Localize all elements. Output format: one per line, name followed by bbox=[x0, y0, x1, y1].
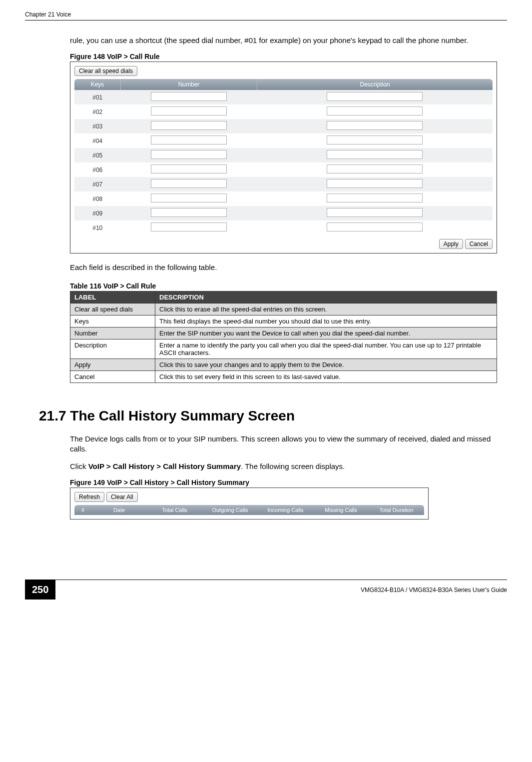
table-row: #04 bbox=[74, 134, 493, 148]
table-row: Clear all speed dialsClick this to erase… bbox=[70, 303, 497, 315]
table-row: KeysThis field displays the speed-dial n… bbox=[70, 315, 497, 327]
number-input[interactable] bbox=[151, 121, 227, 130]
section-para-2: Click VoIP > Call History > Call History… bbox=[70, 462, 497, 472]
description-input[interactable] bbox=[327, 194, 423, 202]
col-num: # bbox=[74, 505, 91, 515]
number-input[interactable] bbox=[151, 150, 227, 159]
figure-149-caption: Figure 149 VoIP > Call History > Call Hi… bbox=[70, 478, 507, 486]
table-row: #10 bbox=[74, 220, 493, 235]
description-input[interactable] bbox=[327, 136, 423, 144]
cancel-button[interactable]: Cancel bbox=[465, 239, 493, 249]
label-cell: Apply bbox=[70, 358, 155, 370]
history-table-header: # Date Total Calls Outgoing Calls Incomi… bbox=[74, 505, 424, 515]
description-input[interactable] bbox=[327, 222, 423, 232]
label-cell: Keys bbox=[70, 315, 155, 327]
key-cell: #09 bbox=[74, 206, 121, 220]
col-total-calls: Total Calls bbox=[147, 505, 202, 515]
key-cell: #02 bbox=[74, 104, 121, 119]
number-input[interactable] bbox=[151, 194, 227, 202]
speed-dial-table: Keys Number Description #01 #02 #03 #04 … bbox=[74, 79, 493, 235]
para2-suffix: . The following screen displays. bbox=[241, 462, 345, 470]
number-input[interactable] bbox=[151, 222, 227, 232]
key-cell: #07 bbox=[74, 177, 121, 192]
desc-cell: Click this to erase all the speed-dial e… bbox=[155, 303, 497, 315]
col-outgoing-calls: Outgoing Calls bbox=[202, 505, 258, 515]
table-116: LABEL DESCRIPTION Clear all speed dialsC… bbox=[70, 291, 497, 383]
description-input[interactable] bbox=[327, 150, 423, 159]
footer-text: VMG8324-B10A / VMG8324-B30A Series User'… bbox=[361, 582, 507, 598]
para2-bold-path: VoIP > Call History > Call History Summa… bbox=[88, 462, 241, 470]
number-input[interactable] bbox=[151, 136, 227, 144]
description-input[interactable] bbox=[327, 164, 423, 174]
key-cell: #10 bbox=[74, 220, 121, 235]
desc-cell: Click this to set every field in this sc… bbox=[155, 370, 497, 382]
label-cell: Number bbox=[70, 327, 155, 339]
call-history-panel: Refresh Clear All # Date Total Calls Out… bbox=[70, 488, 429, 520]
key-cell: #04 bbox=[74, 134, 121, 148]
desc-cell: Enter a name to identify the party you c… bbox=[155, 339, 497, 358]
speed-dial-panel: Clear all speed dials Keys Number Descri… bbox=[70, 62, 497, 254]
number-input[interactable] bbox=[151, 208, 227, 217]
label-cell: Clear all speed dials bbox=[70, 303, 155, 315]
col-date: Date bbox=[91, 505, 147, 515]
description-input[interactable] bbox=[327, 106, 423, 116]
col-missing-calls: Missing Calls bbox=[313, 505, 369, 515]
col-number-header: Number bbox=[121, 79, 257, 90]
chapter-label: Chapter 21 Voice bbox=[25, 11, 71, 18]
description-input[interactable] bbox=[327, 179, 423, 188]
table-row: #08 bbox=[74, 192, 493, 206]
key-cell: #01 bbox=[74, 90, 121, 104]
para2-prefix: Click bbox=[70, 462, 88, 470]
page-number: 250 bbox=[25, 580, 55, 600]
number-input[interactable] bbox=[151, 106, 227, 116]
number-input[interactable] bbox=[151, 164, 227, 174]
section-21-7-heading: 21.7 The Call History Summary Screen bbox=[39, 408, 507, 424]
clear-all-speed-dials-button[interactable]: Clear all speed dials bbox=[74, 66, 137, 76]
table-row: #02 bbox=[74, 104, 493, 119]
desc-cell: Click this to save your changes and to a… bbox=[155, 358, 497, 370]
table-row: ApplyClick this to save your changes and… bbox=[70, 358, 497, 370]
key-cell: #03 bbox=[74, 119, 121, 134]
desc-cell: This field displays the speed-dial numbe… bbox=[155, 315, 497, 327]
label-cell: Cancel bbox=[70, 370, 155, 382]
table-row: #09 bbox=[74, 206, 493, 220]
number-input[interactable] bbox=[151, 179, 227, 188]
desc-cell: Enter the SIP number you want the Device… bbox=[155, 327, 497, 339]
col-keys-header: Keys bbox=[74, 79, 121, 90]
table-row: NumberEnter the SIP number you want the … bbox=[70, 327, 497, 339]
col-total-duration: Total Duration bbox=[369, 505, 424, 515]
clear-all-button[interactable]: Clear All bbox=[106, 492, 138, 502]
key-cell: #06 bbox=[74, 162, 121, 177]
description-input[interactable] bbox=[327, 208, 423, 217]
number-input[interactable] bbox=[151, 92, 227, 101]
col-description-header: Description bbox=[257, 79, 493, 90]
table-row: CancelClick this to set every field in t… bbox=[70, 370, 497, 382]
col-incoming-calls: Incoming Calls bbox=[258, 505, 313, 515]
doc-col-desc: DESCRIPTION bbox=[155, 291, 497, 303]
refresh-button[interactable]: Refresh bbox=[74, 492, 104, 502]
description-input[interactable] bbox=[327, 92, 423, 101]
apply-button[interactable]: Apply bbox=[439, 239, 463, 249]
key-cell: #08 bbox=[74, 192, 121, 206]
table-row: DescriptionEnter a name to identify the … bbox=[70, 339, 497, 358]
description-input[interactable] bbox=[327, 121, 423, 130]
doc-col-label: LABEL bbox=[70, 291, 155, 303]
table-row: #05 bbox=[74, 148, 493, 162]
table-row: #03 bbox=[74, 119, 493, 134]
table-row: #06 bbox=[74, 162, 493, 177]
label-cell: Description bbox=[70, 339, 155, 358]
key-cell: #05 bbox=[74, 148, 121, 162]
table-row: #01 bbox=[74, 90, 493, 104]
section-para-1: The Device logs calls from or to your SI… bbox=[70, 434, 497, 454]
figure-148-caption: Figure 148 VoIP > Call Rule bbox=[70, 52, 507, 60]
table-116-caption: Table 116 VoIP > Call Rule bbox=[70, 282, 507, 290]
intro-paragraph: rule, you can use a shortcut (the speed … bbox=[70, 36, 497, 46]
each-field-text: Each field is described in the following… bbox=[70, 262, 497, 272]
table-row: #07 bbox=[74, 177, 493, 192]
